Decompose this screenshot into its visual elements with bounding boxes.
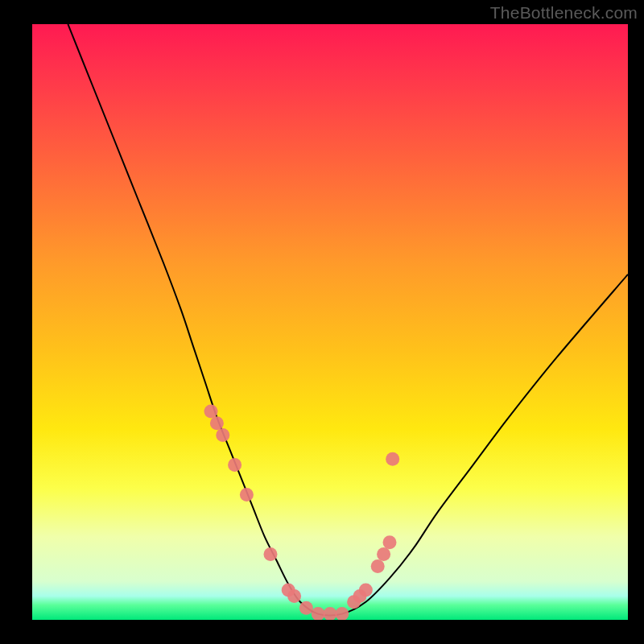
marker-dot [335, 607, 349, 620]
marker-dot [228, 458, 242, 472]
plot-area [32, 24, 628, 620]
bottleneck-svg [32, 24, 628, 620]
marker-dot [359, 584, 373, 597]
marker-dot [299, 601, 313, 615]
marker-dot [216, 428, 229, 442]
marker-dot [210, 416, 224, 430]
marker-dot [324, 607, 337, 620]
highlight-markers [204, 405, 400, 621]
marker-dot [377, 547, 390, 561]
marker-dot [383, 535, 397, 549]
chart-root: TheBottleneck.com [0, 0, 644, 644]
marker-dot [204, 405, 218, 419]
marker-dot [386, 452, 399, 466]
marker-dot [240, 488, 254, 502]
bottleneck-curve [68, 24, 628, 615]
marker-dot [287, 589, 301, 603]
marker-dot [371, 559, 385, 573]
watermark-text: TheBottleneck.com [490, 3, 638, 23]
marker-dot [264, 547, 278, 561]
marker-dot [312, 607, 325, 620]
